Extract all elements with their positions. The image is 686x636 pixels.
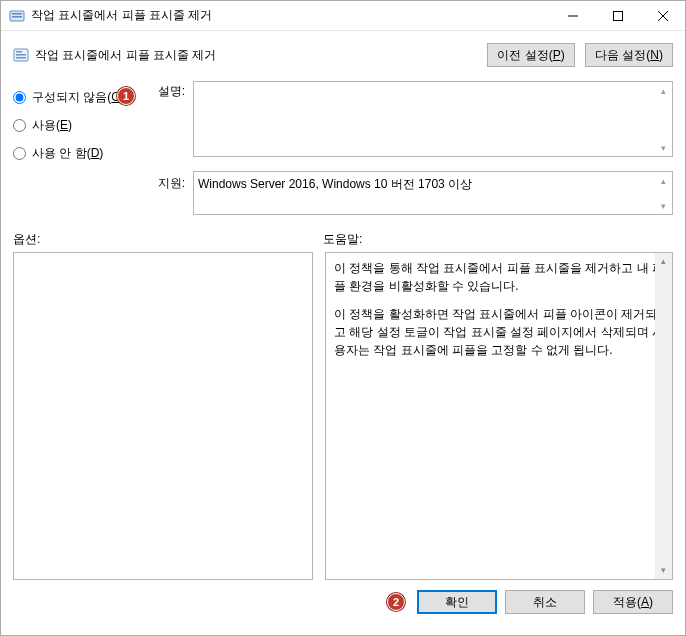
radio-enabled-label: 사용(E) bbox=[32, 117, 72, 134]
svg-rect-8 bbox=[16, 51, 22, 53]
prev-button-label: 이전 설정 bbox=[497, 47, 548, 64]
window-title: 작업 표시줄에서 피플 표시줄 제거 bbox=[31, 7, 550, 24]
support-area: 지원: Windows Server 2016, Windows 10 버전 1… bbox=[1, 171, 685, 219]
radio-enabled[interactable]: 사용(E) bbox=[13, 111, 145, 139]
previous-setting-button[interactable]: 이전 설정(P) bbox=[487, 43, 575, 67]
app-icon bbox=[9, 8, 25, 24]
prev-button-accel: P bbox=[553, 48, 561, 62]
lower-labels: 옵션: 도움말: bbox=[1, 219, 685, 252]
radio-not-configured-label: 구성되지 않음(C) bbox=[32, 89, 124, 106]
close-button[interactable] bbox=[640, 1, 685, 30]
bottom-bar: 2 확인 취소 적용(A) bbox=[1, 580, 685, 614]
window-controls bbox=[550, 1, 685, 30]
next-button-accel: N bbox=[650, 48, 659, 62]
radio-group: 구성되지 않음(C) 1 사용(E) 사용 안 함(D) bbox=[13, 81, 145, 167]
maximize-button[interactable] bbox=[595, 1, 640, 30]
minimize-button[interactable] bbox=[550, 1, 595, 30]
radio-enabled-input[interactable] bbox=[13, 119, 26, 132]
next-button-label: 다음 설정 bbox=[595, 47, 646, 64]
annotation-badge-1: 1 bbox=[117, 87, 135, 105]
radio-not-configured[interactable]: 구성되지 않음(C) 1 bbox=[13, 83, 145, 111]
cancel-button[interactable]: 취소 bbox=[505, 590, 585, 614]
help-paragraph-2: 이 정책을 활성화하면 작업 표시줄에서 피플 아이콘이 제거되고 해당 설정 … bbox=[334, 305, 664, 359]
apply-button[interactable]: 적용(A) bbox=[593, 590, 673, 614]
apply-button-accel: A bbox=[641, 595, 649, 609]
svg-rect-10 bbox=[16, 57, 26, 59]
policy-icon bbox=[13, 47, 29, 63]
header-row: 작업 표시줄에서 피플 표시줄 제거 이전 설정(P) 다음 설정(N) bbox=[1, 31, 685, 75]
supported-field: Windows Server 2016, Windows 10 버전 1703 … bbox=[193, 171, 673, 215]
policy-title: 작업 표시줄에서 피플 표시줄 제거 bbox=[35, 47, 487, 64]
options-pane bbox=[13, 252, 313, 580]
titlebar: 작업 표시줄에서 피플 표시줄 제거 bbox=[1, 1, 685, 31]
help-scrollbar[interactable]: ▴ ▾ bbox=[655, 253, 672, 579]
scroll-up-icon[interactable]: ▴ bbox=[655, 253, 672, 270]
help-pane: 이 정책을 통해 작업 표시줄에서 피플 표시줄을 제거하고 내 피플 환경을 … bbox=[325, 252, 673, 580]
scroll-down-icon[interactable]: ▾ bbox=[655, 562, 672, 579]
apply-button-label: 적용 bbox=[613, 594, 637, 611]
svg-rect-2 bbox=[12, 16, 22, 18]
radio-disabled-input[interactable] bbox=[13, 147, 26, 160]
supported-label: 지원: bbox=[153, 171, 185, 215]
config-area: 구성되지 않음(C) 1 사용(E) 사용 안 함(D) 설명: ▴ ▾ bbox=[1, 75, 685, 171]
next-setting-button[interactable]: 다음 설정(N) bbox=[585, 43, 673, 67]
description-label: 설명: bbox=[153, 83, 185, 111]
radio-disabled[interactable]: 사용 안 함(D) bbox=[13, 139, 145, 167]
svg-rect-9 bbox=[16, 54, 26, 56]
annotation-badge-2: 2 bbox=[387, 593, 405, 611]
svg-rect-1 bbox=[12, 13, 22, 15]
svg-rect-4 bbox=[613, 11, 622, 20]
radio-disabled-label: 사용 안 함(D) bbox=[32, 145, 103, 162]
radio-not-configured-input[interactable] bbox=[13, 91, 26, 104]
panes: 이 정책을 통해 작업 표시줄에서 피플 표시줄을 제거하고 내 피플 환경을 … bbox=[1, 252, 685, 580]
description-field[interactable] bbox=[193, 81, 673, 157]
ok-button[interactable]: 확인 bbox=[417, 590, 497, 614]
help-paragraph-1: 이 정책을 통해 작업 표시줄에서 피플 표시줄을 제거하고 내 피플 환경을 … bbox=[334, 259, 664, 295]
options-label: 옵션: bbox=[13, 231, 323, 248]
help-label: 도움말: bbox=[323, 231, 673, 248]
